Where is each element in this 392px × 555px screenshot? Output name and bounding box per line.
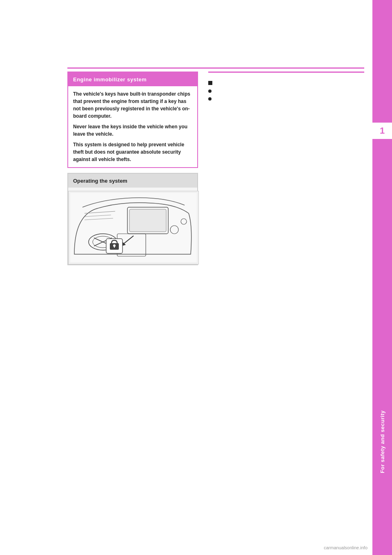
operating-title: Operating the system (73, 178, 127, 184)
bullet-section (208, 80, 364, 101)
immobilizer-para-2: Never leave the keys inside the vehicle … (73, 123, 192, 138)
bullet-item-circle-1 (208, 88, 364, 93)
left-column: Engine immobilizer system The vehicle's … (67, 72, 198, 265)
page-number: 1 (380, 125, 385, 136)
immobilizer-header: Engine immobilizer system (68, 72, 197, 86)
bullet-item-circle-2 (208, 96, 364, 101)
operating-header: Operating the system (68, 174, 197, 188)
car-svg-container (69, 191, 198, 264)
bullet-circle-icon-2 (208, 97, 212, 101)
right-column (208, 72, 364, 105)
bullet-circle-icon-1 (208, 90, 212, 93)
immobilizer-para-3: This system is designed to help prevent … (73, 141, 192, 163)
car-interior-svg (70, 193, 197, 262)
svg-rect-15 (114, 246, 115, 248)
page-number-box: 1 (372, 123, 392, 139)
immobilizer-box: Engine immobilizer system The vehicle's … (67, 72, 198, 168)
watermark-text: carmanualsonline.info (324, 545, 368, 550)
immobilizer-para-1: The vehicle's keys have built-in transpo… (73, 90, 192, 120)
operating-box: Operating the system (67, 173, 198, 265)
top-header-line (67, 67, 364, 69)
right-section-header-line (208, 72, 364, 73)
sidebar-text-container: For safety and security (372, 410, 392, 473)
immobilizer-body: The vehicle's keys have built-in transpo… (68, 86, 197, 167)
bullet-item-square (208, 80, 364, 85)
bullet-square-icon (208, 81, 212, 85)
svg-rect-6 (129, 209, 166, 232)
car-illustration (68, 191, 199, 264)
page-container: 1 For safety and security Engine immobil… (0, 0, 392, 555)
sidebar-label: For safety and security (379, 410, 385, 473)
right-sidebar: 1 For safety and security (372, 0, 392, 555)
watermark: carmanualsonline.info (324, 545, 368, 550)
immobilizer-title: Engine immobilizer system (73, 76, 147, 83)
